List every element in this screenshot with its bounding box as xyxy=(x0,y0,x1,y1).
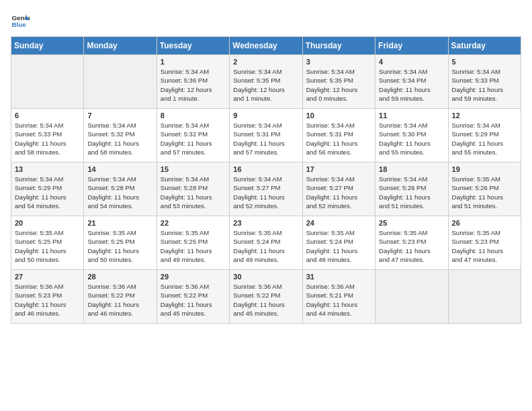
day-info: Sunrise: 5:34 AM Sunset: 5:28 PM Dayligh… xyxy=(161,175,226,210)
calendar-cell: 7Sunrise: 5:34 AM Sunset: 5:32 PM Daylig… xyxy=(84,109,157,163)
calendar-cell: 10Sunrise: 5:34 AM Sunset: 5:31 PM Dayli… xyxy=(302,109,375,163)
calendar-cell: 31Sunrise: 5:36 AM Sunset: 5:21 PM Dayli… xyxy=(302,270,375,324)
calendar-cell: 19Sunrise: 5:35 AM Sunset: 5:26 PM Dayli… xyxy=(448,163,521,216)
svg-text:Blue: Blue xyxy=(11,21,26,28)
day-number: 16 xyxy=(233,165,298,173)
day-number: 9 xyxy=(233,111,298,120)
day-info: Sunrise: 5:34 AM Sunset: 5:26 PM Dayligh… xyxy=(379,175,444,210)
calendar-cell: 3Sunrise: 5:34 AM Sunset: 5:35 PM Daylig… xyxy=(302,55,375,109)
day-info: Sunrise: 5:36 AM Sunset: 5:22 PM Dayligh… xyxy=(87,282,152,318)
day-number: 28 xyxy=(87,273,152,281)
calendar-cell: 11Sunrise: 5:34 AM Sunset: 5:30 PM Dayli… xyxy=(375,109,448,163)
weekday-header-saturday: Saturday xyxy=(448,37,521,55)
day-info: Sunrise: 5:34 AM Sunset: 5:27 PM Dayligh… xyxy=(306,175,371,210)
day-info: Sunrise: 5:34 AM Sunset: 5:33 PM Dayligh… xyxy=(452,67,517,103)
weekday-header-row: SundayMondayTuesdayWednesdayThursdayFrid… xyxy=(11,37,521,55)
day-number: 6 xyxy=(15,111,80,120)
day-number: 20 xyxy=(15,219,80,227)
day-number: 15 xyxy=(161,165,226,173)
day-info: Sunrise: 5:34 AM Sunset: 5:33 PM Dayligh… xyxy=(15,121,80,156)
day-number: 19 xyxy=(452,165,517,173)
day-info: Sunrise: 5:34 AM Sunset: 5:32 PM Dayligh… xyxy=(87,121,152,156)
calendar-cell xyxy=(375,270,448,324)
day-info: Sunrise: 5:34 AM Sunset: 5:35 PM Dayligh… xyxy=(306,67,371,103)
calendar-cell: 30Sunrise: 5:36 AM Sunset: 5:22 PM Dayli… xyxy=(230,270,302,324)
day-info: Sunrise: 5:35 AM Sunset: 5:24 PM Dayligh… xyxy=(306,228,371,264)
day-number: 23 xyxy=(233,219,298,227)
day-info: Sunrise: 5:35 AM Sunset: 5:25 PM Dayligh… xyxy=(87,228,152,264)
calendar-cell: 22Sunrise: 5:35 AM Sunset: 5:25 PM Dayli… xyxy=(157,216,229,270)
calendar-cell xyxy=(11,55,84,109)
weekday-header-monday: Monday xyxy=(84,37,157,55)
calendar-cell: 2Sunrise: 5:34 AM Sunset: 5:35 PM Daylig… xyxy=(230,55,302,109)
weekday-header-wednesday: Wednesday xyxy=(230,37,302,55)
weekday-header-thursday: Thursday xyxy=(302,37,375,55)
day-number: 24 xyxy=(306,219,371,227)
calendar-cell: 28Sunrise: 5:36 AM Sunset: 5:22 PM Dayli… xyxy=(84,270,157,324)
day-info: Sunrise: 5:34 AM Sunset: 5:28 PM Dayligh… xyxy=(87,175,152,210)
calendar-cell: 16Sunrise: 5:34 AM Sunset: 5:27 PM Dayli… xyxy=(230,163,302,216)
day-info: Sunrise: 5:35 AM Sunset: 5:25 PM Dayligh… xyxy=(161,228,226,264)
day-number: 31 xyxy=(306,273,371,281)
calendar-cell: 26Sunrise: 5:35 AM Sunset: 5:23 PM Dayli… xyxy=(448,216,521,270)
day-info: Sunrise: 5:36 AM Sunset: 5:22 PM Dayligh… xyxy=(161,282,226,318)
day-info: Sunrise: 5:34 AM Sunset: 5:32 PM Dayligh… xyxy=(161,121,226,156)
logo-icon: General Blue xyxy=(11,11,30,30)
day-number: 11 xyxy=(379,111,444,120)
day-number: 14 xyxy=(87,165,152,173)
calendar-cell: 1Sunrise: 5:34 AM Sunset: 5:36 PM Daylig… xyxy=(157,55,229,109)
day-info: Sunrise: 5:36 AM Sunset: 5:21 PM Dayligh… xyxy=(306,282,371,318)
day-number: 2 xyxy=(233,58,298,66)
calendar-cell: 12Sunrise: 5:34 AM Sunset: 5:29 PM Dayli… xyxy=(448,109,521,163)
calendar-week-1: 1Sunrise: 5:34 AM Sunset: 5:36 PM Daylig… xyxy=(11,55,521,109)
day-number: 4 xyxy=(379,58,444,66)
day-number: 1 xyxy=(161,58,226,66)
calendar-body: 1Sunrise: 5:34 AM Sunset: 5:36 PM Daylig… xyxy=(11,55,521,324)
day-info: Sunrise: 5:35 AM Sunset: 5:25 PM Dayligh… xyxy=(15,228,80,264)
day-info: Sunrise: 5:34 AM Sunset: 5:30 PM Dayligh… xyxy=(379,121,444,156)
day-info: Sunrise: 5:34 AM Sunset: 5:34 PM Dayligh… xyxy=(379,67,444,103)
day-number: 3 xyxy=(306,58,371,66)
day-number: 13 xyxy=(15,165,80,173)
day-number: 29 xyxy=(161,273,226,281)
day-number: 12 xyxy=(452,111,517,120)
calendar-cell: 4Sunrise: 5:34 AM Sunset: 5:34 PM Daylig… xyxy=(375,55,448,109)
day-number: 18 xyxy=(379,165,444,173)
calendar-cell: 8Sunrise: 5:34 AM Sunset: 5:32 PM Daylig… xyxy=(157,109,229,163)
weekday-header-friday: Friday xyxy=(375,37,448,55)
day-info: Sunrise: 5:35 AM Sunset: 5:24 PM Dayligh… xyxy=(233,228,298,264)
day-number: 30 xyxy=(233,273,298,281)
calendar-week-5: 27Sunrise: 5:36 AM Sunset: 5:23 PM Dayli… xyxy=(11,270,521,324)
calendar-cell: 25Sunrise: 5:35 AM Sunset: 5:23 PM Dayli… xyxy=(375,216,448,270)
calendar-cell: 13Sunrise: 5:34 AM Sunset: 5:29 PM Dayli… xyxy=(11,163,84,216)
day-info: Sunrise: 5:35 AM Sunset: 5:23 PM Dayligh… xyxy=(379,228,444,264)
calendar-header: SundayMondayTuesdayWednesdayThursdayFrid… xyxy=(11,37,521,55)
day-info: Sunrise: 5:34 AM Sunset: 5:31 PM Dayligh… xyxy=(306,121,371,156)
day-info: Sunrise: 5:34 AM Sunset: 5:29 PM Dayligh… xyxy=(452,121,517,156)
calendar-cell: 27Sunrise: 5:36 AM Sunset: 5:23 PM Dayli… xyxy=(11,270,84,324)
day-number: 25 xyxy=(379,219,444,227)
day-number: 10 xyxy=(306,111,371,120)
day-info: Sunrise: 5:34 AM Sunset: 5:31 PM Dayligh… xyxy=(233,121,298,156)
calendar-cell: 23Sunrise: 5:35 AM Sunset: 5:24 PM Dayli… xyxy=(230,216,302,270)
day-info: Sunrise: 5:34 AM Sunset: 5:36 PM Dayligh… xyxy=(161,67,226,103)
day-info: Sunrise: 5:34 AM Sunset: 5:35 PM Dayligh… xyxy=(233,67,298,103)
calendar-table: SundayMondayTuesdayWednesdayThursdayFrid… xyxy=(11,36,521,324)
day-number: 21 xyxy=(87,219,152,227)
calendar-cell: 5Sunrise: 5:34 AM Sunset: 5:33 PM Daylig… xyxy=(448,55,521,109)
weekday-header-tuesday: Tuesday xyxy=(157,37,229,55)
calendar-cell xyxy=(448,270,521,324)
calendar-cell: 29Sunrise: 5:36 AM Sunset: 5:22 PM Dayli… xyxy=(157,270,229,324)
day-info: Sunrise: 5:34 AM Sunset: 5:27 PM Dayligh… xyxy=(233,175,298,210)
page-header: General Blue xyxy=(11,11,521,30)
day-number: 22 xyxy=(161,219,226,227)
day-number: 17 xyxy=(306,165,371,173)
day-info: Sunrise: 5:34 AM Sunset: 5:29 PM Dayligh… xyxy=(15,175,80,210)
day-info: Sunrise: 5:36 AM Sunset: 5:23 PM Dayligh… xyxy=(15,282,80,318)
calendar-cell: 18Sunrise: 5:34 AM Sunset: 5:26 PM Dayli… xyxy=(375,163,448,216)
calendar-week-4: 20Sunrise: 5:35 AM Sunset: 5:25 PM Dayli… xyxy=(11,216,521,270)
calendar-cell: 17Sunrise: 5:34 AM Sunset: 5:27 PM Dayli… xyxy=(302,163,375,216)
day-info: Sunrise: 5:35 AM Sunset: 5:23 PM Dayligh… xyxy=(452,228,517,264)
day-number: 5 xyxy=(452,58,517,66)
day-info: Sunrise: 5:36 AM Sunset: 5:22 PM Dayligh… xyxy=(233,282,298,318)
